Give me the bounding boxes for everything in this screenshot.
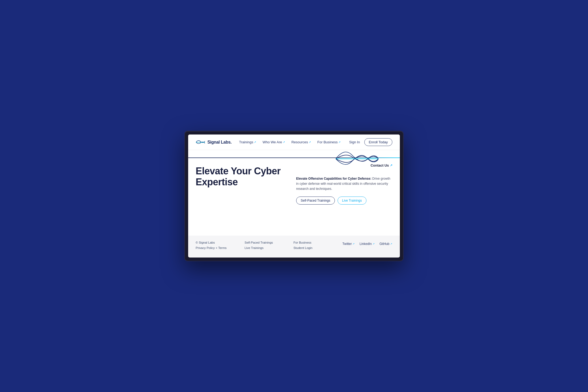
footer-for-business[interactable]: For Business — [293, 241, 342, 244]
nav-who-we-are[interactable]: Who We Are ↗ — [262, 140, 285, 144]
hero-title: Elevate Your Cyber Expertise — [196, 166, 291, 188]
hero-left: Elevate Your Cyber Expertise — [196, 166, 291, 205]
arrow-icon: ↗ — [283, 141, 285, 144]
github-link[interactable]: GitHub ↗ — [380, 242, 392, 246]
arrow-icon: ↗ — [338, 141, 341, 144]
monitor-frame: Signal Labs. Trainings ↗ Who We Are ↗ Re… — [184, 131, 404, 261]
contact-us-link[interactable]: Contact Us ↗ — [370, 163, 392, 167]
arrow-icon: ↗ — [353, 243, 355, 245]
enroll-button[interactable]: Enroll Today — [364, 138, 392, 146]
logo-icon — [196, 139, 205, 145]
arrow-icon: ↗ — [373, 243, 375, 245]
footer-col-misc: For Business Student Login — [293, 241, 342, 252]
logo-text: Signal Labs. — [207, 140, 232, 145]
hero-content: Elevate Your Cyber Expertise Elevate Off… — [188, 158, 400, 205]
nav-resources[interactable]: Resources ↗ — [291, 140, 311, 144]
arrow-icon: ↗ — [390, 243, 392, 245]
hero-section: Elevate Your Cyber Expertise Elevate Off… — [188, 150, 400, 236]
footer-col-trainings: Self-Paced Trainings Live Trainings — [245, 241, 293, 252]
footer-col-social: Twitter ↗ LinkedIn ↗ GitHub ↗ — [342, 241, 392, 246]
footer-self-paced[interactable]: Self-Paced Trainings — [245, 241, 293, 244]
footer-student-login[interactable]: Student Login — [293, 246, 342, 249]
live-trainings-button[interactable]: Live Trainings — [338, 197, 366, 205]
footer-copyright: © Signal Labs — [196, 241, 245, 244]
hero-description: Elevate Offensive Capabilities for Cyber… — [296, 176, 392, 192]
nav-links: Trainings ↗ Who We Are ↗ Resources ↗ For… — [239, 140, 341, 144]
sign-in-button[interactable]: Sign In — [349, 140, 360, 144]
nav-for-business[interactable]: For Business ↗ — [317, 140, 341, 144]
navigation: Signal Labs. Trainings ↗ Who We Are ↗ Re… — [188, 134, 400, 150]
nav-actions: Sign In Enroll Today — [349, 138, 392, 146]
twitter-link[interactable]: Twitter ↗ — [342, 242, 355, 246]
footer-privacy[interactable]: Privacy Policy + Terms — [196, 246, 245, 249]
hero-buttons: Self-Paced Trainings Live Trainings — [296, 197, 392, 205]
footer: © Signal Labs Privacy Policy + Terms Sel… — [188, 236, 400, 257]
footer-live-trainings[interactable]: Live Trainings — [245, 246, 293, 249]
footer-social-links: Twitter ↗ LinkedIn ↗ GitHub ↗ — [342, 241, 392, 246]
browser-window: Signal Labs. Trainings ↗ Who We Are ↗ Re… — [188, 134, 400, 258]
nav-trainings[interactable]: Trainings ↗ — [239, 140, 256, 144]
hero-right: Elevate Offensive Capabilities for Cyber… — [291, 166, 392, 205]
self-paced-button[interactable]: Self-Paced Trainings — [296, 197, 335, 205]
footer-col-brand: © Signal Labs Privacy Policy + Terms — [196, 241, 245, 252]
arrow-icon: ↗ — [254, 141, 256, 144]
linkedin-link[interactable]: LinkedIn ↗ — [359, 242, 374, 246]
arrow-icon: ↗ — [309, 141, 311, 144]
logo[interactable]: Signal Labs. — [196, 139, 232, 145]
arrow-icon: ↗ — [390, 164, 392, 167]
